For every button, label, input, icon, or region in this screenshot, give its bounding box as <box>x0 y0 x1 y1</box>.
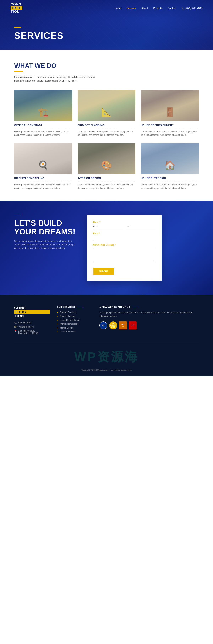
service-image-kitchen <box>14 143 72 174</box>
service-image-interior <box>78 143 136 174</box>
footer-link-general[interactable]: General Contract <box>57 311 92 314</box>
services-grid: GENERAL CONTRACT Lorem ipsum dolor sit a… <box>14 90 199 190</box>
service-image-refurbish <box>141 90 199 121</box>
service-title-planning: PROJECT PLANNING <box>78 124 136 128</box>
location-icon: 📍 <box>14 330 17 332</box>
first-name-input[interactable] <box>93 224 123 229</box>
service-image-extension <box>141 143 199 174</box>
footer-link-extension[interactable]: House Extension <box>57 330 92 333</box>
hero-content: SERVICES <box>0 27 63 41</box>
service-title-general: GENERAL CONTRACT <box>14 124 72 128</box>
what-we-do-section: WHAT WE DO Lorem ipsum dolor sit amet, c… <box>0 50 213 200</box>
footer-link-kitchen[interactable]: Kitchen Remodeling <box>57 323 92 325</box>
badge-awards-2019: INHOUSE2019 <box>109 322 117 330</box>
service-desc-interior: Lorem ipsum dolor sit amet, consectetur … <box>78 183 136 190</box>
badge-quality: ADC⭐ <box>119 322 127 330</box>
service-card-kitchen: KITCHEN REMODELING Lorem ipsum dolor sit… <box>14 143 72 190</box>
nav-services[interactable]: Services <box>127 7 136 10</box>
footer-grid: CONS TRUC TION 📞 929-242-6868 ✉ contact@… <box>14 306 199 336</box>
footer-badges: BBB INHOUSE2019 ADC⭐ YELP <box>99 322 199 330</box>
logo-line3: TION <box>11 10 22 14</box>
cta-left: LET'S BUILD YOUR DREAMS! Sed ut perspici… <box>14 215 76 250</box>
logo-line1: CONS <box>11 3 22 6</box>
form-message-row: Comment or Message * <box>93 244 155 263</box>
service-title-kitchen: KITCHEN REMODELING <box>14 177 72 181</box>
service-title-extension: HOUSE EXTENSION <box>141 177 199 181</box>
form-name-row: Name * <box>93 221 155 229</box>
nav-about[interactable]: About <box>142 7 148 10</box>
cta-title: LET'S BUILD YOUR DREAMS! <box>14 219 76 236</box>
badge-bbb: BBB <box>99 322 107 330</box>
cta-section: LET'S BUILD YOUR DREAMS! Sed ut perspici… <box>0 200 213 295</box>
nav-home[interactable]: Home <box>115 7 121 10</box>
cta-description: Sed ut perspiciatis unde omnis iste natu… <box>14 240 76 250</box>
nav-projects[interactable]: Projects <box>153 7 162 10</box>
message-label: Comment or Message * <box>93 244 155 246</box>
service-card-refurbish: HOUSE REFURBISHMENT Lorem ipsum dolor si… <box>141 90 199 137</box>
footer: CONS TRUC TION 📞 929-242-6868 ✉ contact@… <box>0 295 213 376</box>
service-title-interior: INTERIOR DESIGN <box>78 177 136 181</box>
footer-services: OUR SERVICES General Contract Project Pl… <box>57 306 92 336</box>
name-label: Name * <box>93 221 155 224</box>
hero-title: SERVICES <box>14 30 63 41</box>
service-desc-refurbish: Lorem ipsum dolor sit amet, consectetur … <box>141 130 199 137</box>
footer-about-title: A FEW WORDS ABOUT US <box>99 306 199 308</box>
phone-icon: 📞 <box>14 322 17 324</box>
badge-yelp: YELP <box>129 322 137 330</box>
footer-copyright: Copyright © 2022 Construction | Powered … <box>14 369 199 371</box>
section-accent-bar <box>14 71 23 72</box>
message-textarea[interactable] <box>93 248 155 262</box>
footer-email: ✉ contact@info.com <box>14 326 50 328</box>
email-input[interactable] <box>93 236 155 240</box>
service-desc-planning: Lorem ipsum dolor sit amet, consectetur … <box>78 130 136 137</box>
cta-accent-line <box>14 215 20 215</box>
logo-line2: TRUC <box>11 6 22 10</box>
main-nav: Home Services About Projects Contact 📞 (… <box>115 7 202 10</box>
service-card-planning: PROJECT PLANNING Lorem ipsum dolor sit a… <box>78 90 136 137</box>
email-label: Email * <box>93 232 155 235</box>
footer-logo: CONS TRUC TION <box>14 306 50 318</box>
header-phone: 📞 (870) 263 7043 <box>181 7 202 10</box>
service-desc-extension: Lorem ipsum dolor sit amet, consectetur … <box>141 183 199 190</box>
contact-form: Name * Email * Comment or Message * SUBM… <box>87 215 162 281</box>
footer-link-interior[interactable]: Interior Design <box>57 326 92 329</box>
form-email-row: Email * <box>93 232 155 240</box>
service-card-interior: INTERIOR DESIGN Lorem ipsum dolor sit am… <box>78 143 136 190</box>
footer-link-refurbish[interactable]: House Refurbishment <box>57 319 92 321</box>
service-desc-general: Lorem ipsum dolor sit amet, consectetur … <box>14 130 72 137</box>
service-card-extension: HOUSE EXTENSION Lorem ipsum dolor sit am… <box>141 143 199 190</box>
footer-phone: 📞 929-242-6868 <box>14 322 50 324</box>
footer-about-text: Sed ut perspiciatis unde omnis iste natu… <box>99 311 199 318</box>
hero-accent-line <box>14 27 21 28</box>
section-intro: Lorem ipsum dolor sit amet, consectetur … <box>14 75 103 83</box>
footer-logo-area: CONS TRUC TION 📞 929-242-6868 ✉ contact@… <box>14 306 50 336</box>
section-heading: WHAT WE DO <box>14 62 199 70</box>
footer-link-planning[interactable]: Project Planning <box>57 315 92 318</box>
form-names-row <box>93 224 155 229</box>
service-image-general <box>14 90 72 121</box>
footer-address: 📍 123 Fifth Avenue, New York, NY 10160 <box>14 330 50 334</box>
submit-button[interactable]: SUBMIT <box>93 268 114 275</box>
service-desc-kitchen: Lorem ipsum dolor sit amet, consectetur … <box>14 183 72 190</box>
last-name-input[interactable] <box>126 224 156 229</box>
logo: CONS TRUC TION <box>11 3 22 14</box>
phone-icon: 📞 <box>181 7 185 10</box>
email-icon: ✉ <box>14 326 16 328</box>
nav-contact[interactable]: Contact <box>168 7 176 10</box>
service-image-planning <box>78 90 136 121</box>
service-card-general: GENERAL CONTRACT Lorem ipsum dolor sit a… <box>14 90 72 137</box>
wp-watermark: WP资源海 <box>14 347 199 369</box>
header: CONS TRUC TION Home Services About Proje… <box>0 0 213 16</box>
footer-about-col: A FEW WORDS ABOUT US Sed ut perspiciatis… <box>99 306 199 336</box>
service-title-refurbish: HOUSE REFURBISHMENT <box>141 124 199 128</box>
footer-services-title: OUR SERVICES <box>57 306 92 308</box>
